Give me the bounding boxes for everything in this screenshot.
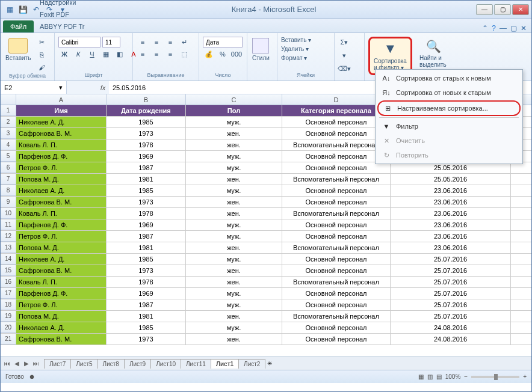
cell-year[interactable]: 1973 (107, 334, 186, 345)
cell-year[interactable]: 1987 (107, 299, 186, 310)
row-head[interactable]: 20 (1, 322, 16, 333)
align-top-icon[interactable]: ≡ (137, 37, 149, 47)
header-cell[interactable]: Имя (16, 105, 107, 116)
row-head[interactable]: 12 (1, 231, 16, 242)
cell-date[interactable]: 25.07.2016 (391, 288, 511, 299)
cell-cat[interactable]: Вспомогательный персонал (282, 311, 391, 322)
cell-date[interactable]: 25.07.2016 (391, 311, 511, 322)
select-all-button[interactable] (1, 94, 16, 105)
col-head-D[interactable]: D (282, 94, 391, 105)
custom-sort-item[interactable]: ⊞ Настраиваемая сортировка... (377, 100, 521, 116)
cell-sex[interactable]: жен. (186, 208, 282, 219)
align-left-icon[interactable]: ≡ (137, 49, 149, 60)
cell-sex[interactable]: муж. (186, 322, 282, 333)
sheet-last-icon[interactable]: ⏭ (32, 360, 40, 367)
cell-sex[interactable]: жен. (186, 197, 282, 207)
cell-year[interactable]: 1987 (107, 231, 186, 242)
align-right-icon[interactable]: ≡ (164, 49, 176, 60)
row-head[interactable]: 5 (1, 151, 16, 162)
row-head[interactable]: 4 (1, 139, 16, 150)
cell-date[interactable]: 25.07.2016 (391, 254, 511, 265)
row-head[interactable]: 8 (1, 185, 16, 196)
col-head-A[interactable]: A (16, 94, 107, 105)
currency-icon[interactable]: 💰 (203, 49, 215, 60)
align-center-icon[interactable]: ≡ (150, 49, 162, 60)
minimize-ribbon-icon[interactable]: ⌃ (482, 24, 488, 32)
new-sheet-icon[interactable]: ✳ (267, 360, 272, 367)
cell-sex[interactable]: муж. (186, 231, 282, 242)
format-cells-button[interactable]: Формат ▾ (281, 55, 311, 61)
cell-name[interactable]: Парфенов Д. Ф. (16, 288, 107, 299)
ribbon-tab-8[interactable]: Надстройки (35, 0, 89, 8)
font-name-combo[interactable]: Calibri (58, 37, 101, 47)
cell-cat[interactable]: Основной персонал (282, 219, 391, 230)
cell-name[interactable]: Коваль Л. П. (16, 139, 107, 150)
maximize-button[interactable]: ▢ (494, 4, 511, 15)
bold-icon[interactable]: Ж (58, 49, 70, 60)
font-size-combo[interactable]: 11 (102, 37, 120, 47)
sheet-tab[interactable]: Лист10 (150, 359, 181, 369)
cell-sex[interactable]: муж. (186, 162, 282, 173)
doc-restore-icon[interactable]: ▢ (510, 24, 517, 32)
cell-name[interactable]: Николаев А. Д. (16, 254, 107, 265)
cell-cat[interactable]: Вспомогательный персонал (282, 174, 391, 185)
cell-year[interactable]: 1969 (107, 151, 186, 162)
cell-cat[interactable]: Основной персонал (282, 322, 391, 333)
cell-year[interactable]: 1973 (107, 197, 186, 207)
sheet-prev-icon[interactable]: ◀ (13, 360, 21, 367)
cell-sex[interactable]: муж. (186, 299, 282, 310)
cell-year[interactable]: 1985 (107, 117, 186, 127)
row-head[interactable]: 18 (1, 299, 16, 310)
cell-cat[interactable]: Основной персонал (282, 288, 391, 299)
cell-date[interactable]: 23.06.2016 (391, 208, 511, 219)
cell-name[interactable]: Сафронова В. М. (16, 265, 107, 276)
cell-date[interactable]: 23.06.2016 (391, 185, 511, 196)
zoom-label[interactable]: 100% (445, 373, 461, 380)
cell-date[interactable]: 24.08.2016 (391, 334, 511, 345)
header-cell[interactable]: Категория персонала (282, 105, 391, 116)
sort-desc-item[interactable]: Я↓ Сортировка от новых к старым (377, 85, 521, 100)
paste-button[interactable]: Вставить (4, 37, 32, 63)
row-head[interactable]: 6 (1, 162, 16, 173)
cell-cat[interactable]: Основной персонал (282, 117, 391, 127)
row-head[interactable]: 16 (1, 277, 16, 287)
cell-sex[interactable]: муж. (186, 254, 282, 265)
save-icon[interactable]: 💾 (17, 4, 28, 15)
cell-cat[interactable]: Основной персонал (282, 299, 391, 310)
col-head-B[interactable]: B (107, 94, 186, 105)
cell-sex[interactable]: муж. (186, 288, 282, 299)
sort-asc-item[interactable]: А↓ Сортировка от старых к новым (377, 71, 521, 85)
zoom-out-icon[interactable]: − (464, 373, 468, 380)
autosum-icon[interactable]: Σ▾ (338, 37, 350, 47)
cell-date[interactable]: 25.07.2016 (391, 299, 511, 310)
cell-name[interactable]: Николаев А. Д. (16, 185, 107, 196)
cell-name[interactable]: Парфенов Д. Ф. (16, 219, 107, 230)
sheet-tab[interactable]: Лист11 (181, 359, 211, 369)
cell-sex[interactable]: жен. (186, 334, 282, 345)
wrap-text-icon[interactable]: ↵ (178, 37, 190, 47)
cell-year[interactable]: 1981 (107, 311, 186, 322)
row-head[interactable]: 3 (1, 128, 16, 139)
cell-date[interactable]: 24.08.2016 (391, 322, 511, 333)
row-head[interactable]: 17 (1, 288, 16, 299)
cell-year[interactable]: 1973 (107, 128, 186, 139)
cell-year[interactable]: 1981 (107, 174, 186, 185)
cell-cat[interactable]: Вспомогательный персонал (282, 242, 391, 253)
sheet-first-icon[interactable]: ⏮ (3, 360, 11, 367)
header-cell[interactable]: Дата рождения (107, 105, 186, 116)
cell-cat[interactable]: Вспомогательный персонал (282, 277, 391, 287)
cell-cat[interactable]: Вспомогательный персонал (282, 139, 391, 150)
cell-name[interactable]: Сафронова В. М. (16, 197, 107, 207)
align-bottom-icon[interactable]: ≡ (164, 37, 176, 47)
row-head[interactable]: 19 (1, 311, 16, 322)
sheet-tab[interactable]: Лист9 (124, 359, 151, 369)
zoom-in-icon[interactable]: + (523, 373, 527, 380)
minimize-button[interactable]: — (476, 4, 493, 15)
cell-cat[interactable]: Основной персонал (282, 185, 391, 196)
cell-year[interactable]: 1978 (107, 208, 186, 219)
cell-sex[interactable]: жен. (186, 277, 282, 287)
cell-cat[interactable]: Основной персонал (282, 231, 391, 242)
cell-year[interactable]: 1985 (107, 254, 186, 265)
number-format-combo[interactable]: Дата (203, 37, 243, 47)
fx-icon[interactable]: fx (97, 81, 109, 94)
